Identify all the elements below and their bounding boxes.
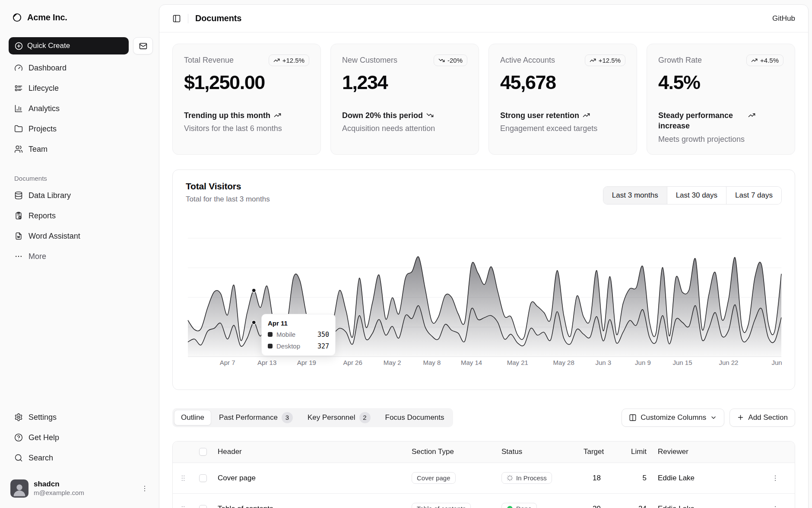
- sidebar-toggle-button[interactable]: [169, 11, 184, 26]
- svg-text:Apr 13: Apr 13: [257, 359, 276, 366]
- quick-create-button[interactable]: Quick Create: [9, 37, 129, 54]
- drag-handle-icon[interactable]: [179, 505, 187, 508]
- stat-label: Total Revenue: [184, 54, 234, 65]
- status-badge: In Process: [501, 472, 552, 484]
- svg-text:Apr 26: Apr 26: [343, 359, 362, 366]
- stat-line1: Steady performance increase: [658, 110, 783, 131]
- col-target: Target: [578, 447, 607, 456]
- drag-handle-icon[interactable]: [179, 474, 187, 482]
- table-row: Cover page Cover page In Process 18 5 Ed…: [173, 463, 795, 493]
- row-target[interactable]: 18: [578, 474, 607, 482]
- chevron-down-icon: [710, 414, 717, 421]
- avatar: [10, 479, 29, 498]
- documents-section: Data Library Reports Word Assistant More: [9, 187, 153, 265]
- brand-name: Acme Inc.: [27, 13, 67, 22]
- view-tabs: Outline Past Performance 3 Key Personnel…: [172, 408, 453, 427]
- row-limit[interactable]: 24: [607, 505, 653, 508]
- sidebar-item-projects[interactable]: Projects: [9, 121, 153, 137]
- loader-icon: [507, 475, 513, 481]
- list-details-icon: [14, 84, 23, 93]
- trend-badge: +12.5%: [585, 54, 625, 66]
- sidebar-item-data-library[interactable]: Data Library: [9, 187, 153, 204]
- report-icon: [14, 211, 23, 220]
- sidebar-item-dashboard[interactable]: Dashboard: [9, 60, 153, 76]
- trend-badge: +4.5%: [746, 54, 783, 66]
- stat-line1: Trending up this month: [184, 110, 309, 121]
- trend-badge: +12.5%: [269, 54, 309, 66]
- mobile-series-swatch: [268, 332, 273, 337]
- sidebar-nav: Dashboard Lifecycle Analytics Projects T…: [9, 60, 153, 157]
- svg-text:May 28: May 28: [553, 359, 574, 366]
- stat-card-total-revenue: Total Revenue +12.5% $1,250.00 Trending …: [172, 44, 321, 155]
- row-checkbox[interactable]: [199, 474, 207, 482]
- sidebar-item-word-assistant[interactable]: Word Assistant: [9, 228, 153, 244]
- sidebar-item-team[interactable]: Team: [9, 141, 153, 157]
- github-link[interactable]: GitHub: [772, 14, 795, 23]
- sidebar-item-reports[interactable]: Reports: [9, 208, 153, 224]
- trending-up-icon: [751, 57, 758, 64]
- ellipsis-icon: [14, 252, 23, 261]
- stat-card-growth-rate: Growth Rate +4.5% 4.5% Steady performanc…: [647, 44, 795, 155]
- col-status: Status: [496, 447, 578, 456]
- row-header[interactable]: Cover page: [213, 474, 406, 482]
- user-card[interactable]: shadcn m@example.com: [9, 477, 153, 500]
- svg-text:May 8: May 8: [423, 359, 441, 366]
- row-target[interactable]: 29: [578, 505, 607, 508]
- tooltip-row-desktop: Desktop 327: [268, 342, 329, 350]
- page-title: Documents: [195, 13, 241, 23]
- add-section-button[interactable]: Add Section: [730, 409, 795, 427]
- desktop-series-swatch: [268, 344, 273, 348]
- tab-focus-documents[interactable]: Focus Documents: [378, 410, 451, 425]
- row-header[interactable]: Table of contents: [213, 505, 406, 508]
- customize-columns-button[interactable]: Customize Columns: [622, 409, 724, 427]
- trend-badge: -20%: [434, 54, 467, 66]
- section-type-badge: Cover page: [412, 472, 456, 484]
- chart-tooltip: Apr 11 Mobile 350 Desktop 327: [261, 314, 336, 356]
- table-toolbar: Outline Past Performance 3 Key Personnel…: [172, 408, 795, 427]
- mail-icon: [139, 42, 147, 50]
- tab-key-personnel[interactable]: Key Personnel 2: [301, 410, 377, 425]
- row-menu-icon[interactable]: [756, 474, 795, 482]
- table-header-row: Header Section Type Status Target Limit …: [173, 441, 795, 463]
- range-last-3-months[interactable]: Last 3 months: [603, 187, 667, 204]
- col-reviewer: Reviewer: [653, 447, 756, 456]
- svg-text:Apr 7: Apr 7: [220, 359, 235, 366]
- tooltip-date: Apr 11: [268, 319, 329, 327]
- sidebar-item-lifecycle[interactable]: Lifecycle: [9, 80, 153, 96]
- row-reviewer[interactable]: Eddie Lake: [653, 474, 756, 482]
- row-menu-icon[interactable]: [756, 505, 795, 508]
- user-email: m@example.com: [34, 489, 84, 497]
- search-icon: [14, 454, 23, 462]
- sidebar-item-analytics[interactable]: Analytics: [9, 100, 153, 117]
- help-icon: [14, 433, 23, 442]
- panel-left-icon: [172, 14, 181, 23]
- sidebar-item-settings[interactable]: Settings: [9, 409, 153, 425]
- stat-value: 45,678: [500, 71, 625, 94]
- tab-outline[interactable]: Outline: [174, 410, 211, 425]
- inbox-button[interactable]: [133, 37, 153, 54]
- user-menu-icon[interactable]: [138, 482, 151, 495]
- sidebar-item-more[interactable]: More: [9, 248, 153, 265]
- range-last-30-days[interactable]: Last 30 days: [667, 187, 726, 204]
- sidebar-item-search[interactable]: Search: [9, 450, 153, 466]
- sidebar-item-get-help[interactable]: Get Help: [9, 429, 153, 446]
- row-reviewer[interactable]: Eddie Lake: [653, 505, 756, 508]
- select-all-checkbox[interactable]: [199, 448, 207, 456]
- svg-text:Jun 30: Jun 30: [771, 359, 783, 366]
- row-checkbox[interactable]: [199, 505, 207, 508]
- stat-cards: Total Revenue +12.5% $1,250.00 Trending …: [172, 44, 795, 155]
- stat-label: New Customers: [342, 54, 397, 65]
- brand[interactable]: Acme Inc.: [9, 8, 153, 27]
- row-limit[interactable]: 5: [607, 474, 653, 482]
- trending-up-icon: [274, 112, 281, 119]
- trending-up-icon: [583, 112, 590, 119]
- range-toggle-group: Last 3 months Last 30 days Last 7 days: [603, 186, 782, 204]
- gear-icon: [14, 413, 23, 422]
- tab-count-badge: 2: [359, 412, 371, 423]
- tab-past-performance[interactable]: Past Performance 3: [212, 410, 300, 425]
- stat-line2: Acquisition needs attention: [342, 124, 467, 133]
- stat-card-active-accounts: Active Accounts +12.5% 45,678 Strong use…: [488, 44, 637, 155]
- range-last-7-days[interactable]: Last 7 days: [726, 187, 781, 204]
- svg-text:May 21: May 21: [507, 359, 528, 366]
- folder-icon: [14, 125, 23, 133]
